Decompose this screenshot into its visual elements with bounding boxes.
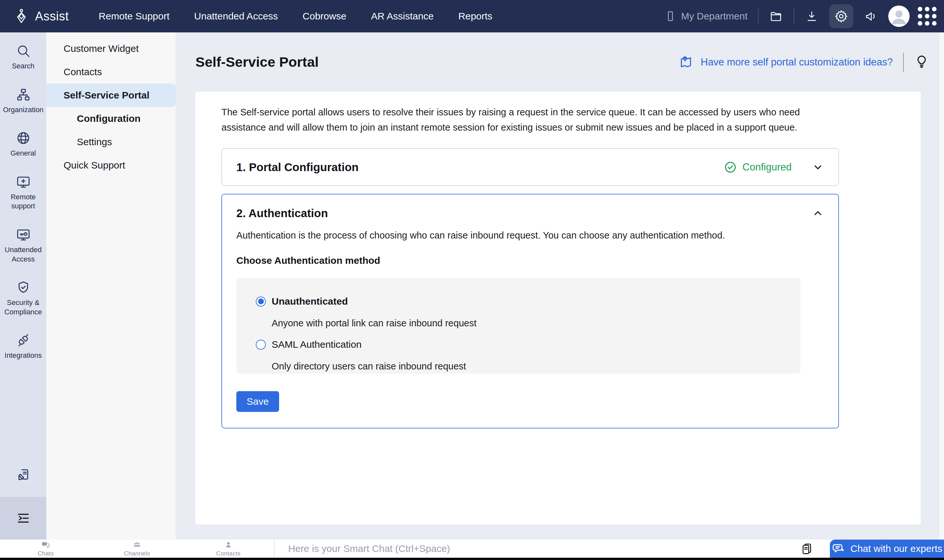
apps-grid-button[interactable] [920,9,934,23]
channels-icon [132,540,141,549]
primary-nav: Remote Support Unattended Access Cobrows… [99,11,493,22]
chevron-down-icon[interactable] [812,161,824,173]
radio-unauthenticated[interactable] [256,297,266,306]
department-building-icon [664,10,676,22]
rail-item-search[interactable]: Search [0,43,46,71]
console-list-icon [15,511,31,526]
chevron-up-icon[interactable] [812,207,824,219]
rail-label: General [10,149,35,158]
main-content: Self-Service Portal Have more self porta… [176,32,944,540]
navbar-divider [758,9,759,24]
rail-label: Unattended Access [0,245,46,264]
bottom-tab-label: Channels [124,550,150,557]
smart-chat-input[interactable] [288,543,800,554]
user-avatar[interactable] [888,6,910,27]
subnav-customer-widget[interactable]: Customer Widget [46,37,176,60]
bottom-tab-channels[interactable]: Channels [91,540,183,558]
rail-label: Remote support [0,192,46,211]
choose-method-label: Choose Authentication method [236,255,824,266]
subnav-settings[interactable]: Settings [46,130,176,154]
department-selector[interactable]: My Department [664,10,748,22]
left-icon-rail: Search Organization General R [0,32,46,540]
customization-ideas-label: Have more self portal customization idea… [701,56,893,68]
bottom-tab-contacts[interactable]: Contacts [183,540,274,558]
remote-support-icon [16,174,31,189]
subnav-configuration[interactable]: Configuration [46,107,176,130]
head-divider [903,53,904,72]
configured-status-badge: Configured [724,160,792,174]
bottom-tab-label: Contacts [216,550,240,557]
rail-item-remote-support[interactable]: Remote support [0,174,46,211]
subnav-contacts[interactable]: Contacts [46,60,176,84]
option-unauthenticated[interactable]: Unauthenticated [256,296,801,307]
rail-item-security-compliance[interactable]: Security & Compliance [0,280,46,317]
copy-notes-icon [800,542,813,555]
rail-item-general[interactable]: General [0,131,46,158]
nav-ar-assistance[interactable]: AR Assistance [371,11,433,22]
unattended-access-icon [16,227,31,242]
section2-title: 2. Authentication [236,207,328,220]
download-icon [805,9,819,23]
integrations-icon [16,333,31,348]
bottom-tab-label: Chats [38,550,54,557]
rail-item-organization[interactable]: Organization [0,87,46,115]
portal-card: The Self-service portal allows users to … [196,92,921,525]
portal-intro-text: The Self-service portal allows users to … [222,105,841,135]
auth-options-panel: Unauthenticated Anyone with portal link … [236,278,801,374]
department-label: My Department [681,11,748,22]
authentication-description: Authentication is the process of choosin… [236,230,824,241]
gear-icon [834,9,849,23]
nav-reports[interactable]: Reports [458,11,493,22]
chat-with-experts-label: Chat with our experts [850,543,942,554]
page-title: Self-Service Portal [196,54,319,70]
settings-subnav: Customer Widget Contacts Self-Service Po… [46,32,176,540]
main-scrollbar[interactable] [939,32,944,540]
option-unauthenticated-label: Unauthenticated [272,296,348,307]
subnav-self-service-portal[interactable]: Self-Service Portal [46,84,176,107]
nav-unattended-access[interactable]: Unattended Access [194,11,278,22]
rail-item-integrations[interactable]: Integrations [0,333,46,360]
settings-button[interactable] [829,4,853,28]
section-authentication: 2. Authentication Authentication is the … [222,194,839,428]
rail-item-notes[interactable] [0,467,46,482]
contacts-icon [224,540,233,549]
rail-label: Integrations [5,351,42,360]
rail-label: Organization [3,105,43,115]
configured-status-label: Configured [742,162,792,173]
folder-icon [769,9,783,23]
announcements-button[interactable] [864,9,878,23]
section1-title: 1. Portal Configuration [236,161,359,174]
radio-saml[interactable] [256,340,266,350]
organization-icon [16,87,31,102]
nav-cobrowse[interactable]: Cobrowse [302,11,346,22]
rail-item-unattended-access[interactable]: Unattended Access [0,227,46,264]
save-button[interactable]: Save [236,391,279,412]
lightbulb-icon [914,54,929,69]
bottom-tab-chats[interactable]: Chats [0,540,91,558]
rail-item-console[interactable] [0,497,46,540]
brand-label: Assist [35,9,69,23]
globe-icon [16,131,31,146]
nav-remote-support[interactable]: Remote Support [99,11,169,22]
customization-ideas-link[interactable]: Have more self portal customization idea… [679,54,893,70]
option-unauthenticated-description: Anyone with portal link can raise inboun… [272,318,801,329]
rail-label: Security & Compliance [0,298,46,317]
chat-with-experts-button[interactable]: Chat with our experts [830,540,944,558]
downloads-button[interactable] [805,9,819,23]
assist-logo-icon [13,8,30,25]
search-icon [16,43,31,58]
smart-chat-bar: Chats Channels Contacts [0,540,944,558]
tips-button[interactable] [914,54,929,70]
window-edge [0,558,944,560]
assist-brand[interactable]: Assist [13,8,69,25]
security-compliance-icon [16,280,31,295]
navbar-divider [793,9,794,24]
section-portal-configuration[interactable]: 1. Portal Configuration Configured [222,148,839,186]
apps-grid-icon [918,7,936,26]
subnav-quick-support[interactable]: Quick Support [46,154,176,177]
chat-notes-button[interactable] [800,542,813,555]
megaphone-icon [864,9,878,23]
files-button[interactable] [769,9,783,23]
map-idea-icon [679,54,694,70]
option-saml[interactable]: SAML Authentication [256,339,801,350]
